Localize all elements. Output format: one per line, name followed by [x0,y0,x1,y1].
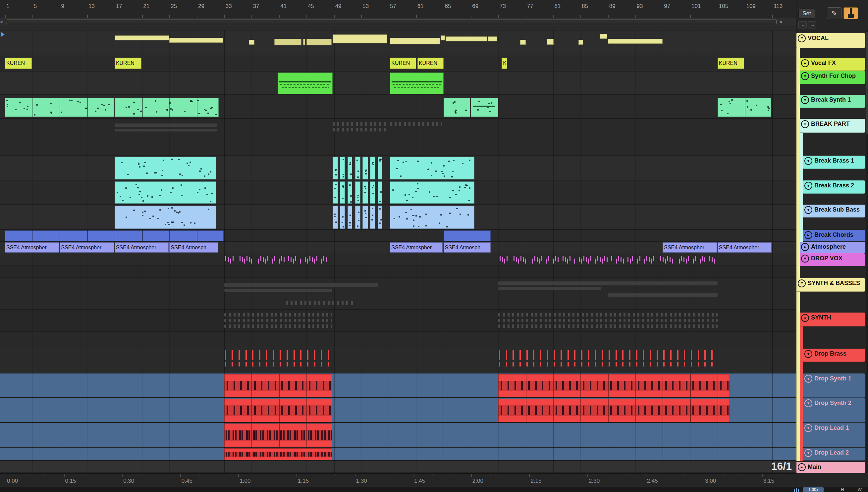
track-fold-icon[interactable]: ▾ [804,399,812,407]
track-fold-icon[interactable]: ▾ [801,96,809,104]
clip-atmosphere[interactable]: SSE4 Atmospher [5,242,59,253]
clip-synthgroup[interactable] [224,313,333,317]
clip-breaksub[interactable] [340,205,345,229]
sidebar-scrollbar[interactable] [866,30,868,473]
clip-dropbrass[interactable] [224,347,333,373]
clip-breakbrass1[interactable] [362,156,368,179]
clip-breakpart[interactable] [115,129,217,131]
track-fold-icon[interactable]: ▾ [804,375,812,383]
clip-dropsynth2[interactable] [224,399,333,422]
clip-vocal[interactable] [169,38,222,43]
group-fold-icon[interactable]: ≡ [798,279,806,287]
playhead-start-marker[interactable] [1,32,5,37]
clip-vocal[interactable] [441,35,445,41]
clip-vocal[interactable] [333,34,387,43]
draw-mode-button[interactable]: ✎ [827,7,842,19]
clip-breakbrass2[interactable] [115,181,216,204]
clip-atmosphere[interactable]: SSE4 Atmospher [60,242,114,253]
track-fold-icon[interactable]: ▾ [801,72,809,80]
track-fold-icon[interactable]: ▾ [804,424,812,432]
track-fold-icon[interactable]: ▾ [804,157,812,165]
clip-vocalfx[interactable]: KUREN [5,57,32,69]
clip-synthbasses[interactable] [224,289,333,292]
clip-breaksub[interactable] [370,205,375,229]
track-header-synthbasses[interactable]: ≡SYNTH & BASSES [796,278,865,292]
clip-vocal[interactable] [249,40,254,45]
arrangement-area[interactable]: KURENKURENKURENKURENKKURENSSE4 Atmospher… [0,0,796,473]
clip-breakbrass1[interactable] [348,156,352,179]
clip-vocal[interactable] [488,36,497,41]
clip-synthchop[interactable] [390,73,443,94]
track-header-breakpart[interactable]: ≡BREAK PART [800,119,865,133]
clip-synthgroup[interactable] [224,324,333,328]
clip-breaksynth1[interactable] [471,98,498,117]
clip-breaksub[interactable] [115,205,216,229]
set-button[interactable]: Set [798,8,815,19]
height-zoom-button[interactable]: H [838,487,847,492]
clip-dropvox[interactable] [498,253,714,266]
clip-atmosphere[interactable]: SSE4 Atmospher [663,242,717,253]
clip-breakbrass2[interactable] [333,181,338,204]
clip-vocalfx[interactable]: KUREN [718,57,745,69]
clip-dropsynth1[interactable] [498,374,730,397]
clip-vocal[interactable] [274,39,302,45]
clip-synthbasses[interactable] [286,301,354,305]
clip-vocal[interactable] [306,39,332,45]
clip-breakbrass1[interactable] [340,156,345,179]
back-arrow-button[interactable]: ← [798,21,807,28]
clip-synthbasses[interactable] [498,287,601,290]
track-lane-prerow[interactable] [0,25,796,30]
clip-breaksynth1[interactable] [718,98,771,117]
clip-vocalfx[interactable]: K [501,57,507,69]
clip-synthgroup[interactable] [498,313,718,317]
clip-synthgroup[interactable] [498,324,718,328]
lock-button[interactable] [843,7,858,19]
clip-breakbrass2[interactable] [355,181,361,204]
clip-breaksynth1[interactable] [115,98,219,117]
clip-vocal[interactable] [446,36,487,41]
clip-breakbrass2[interactable] [370,181,375,204]
track-fold-icon[interactable]: ▾ [804,206,812,214]
track-fold-icon[interactable]: ▾ [804,449,812,457]
clip-breakbrass2[interactable] [348,181,352,204]
scrollbar-thumb[interactable] [866,32,868,134]
clip-atmosphere[interactable]: SSE4 Atmospher [115,242,169,253]
track-header-breakbrass1[interactable]: ▾Break Brass 1 [803,156,865,169]
clip-breakbrass2[interactable] [378,181,382,204]
clip-synthgroup[interactable] [498,319,718,322]
track-lane-gap1[interactable] [0,266,796,278]
track-header-vocal[interactable]: ≡VOCAL [796,33,865,48]
clip-breaksub[interactable] [333,205,338,229]
clip-dropsynth2[interactable] [498,399,730,422]
clip-breakpart[interactable] [390,122,442,126]
clip-synthbasses[interactable] [608,293,718,297]
clip-breaksynth1[interactable] [5,98,114,117]
clip-droplead1[interactable] [224,423,333,447]
time-ruler[interactable]: 0:000:150:300:451:001:151:301:452:002:15… [0,473,796,487]
track-header-breaksynth1[interactable]: ▾Break Synth 1 [800,95,865,108]
clip-atmosphere[interactable]: SSE4 Atmospher [390,242,443,253]
track-fold-icon[interactable]: ▸ [801,59,809,67]
track-fold-icon[interactable]: ▸ [801,243,809,251]
clip-dropsynth1[interactable] [224,374,333,397]
track-fold-icon[interactable]: ▾ [804,350,812,358]
clip-breakchords[interactable] [5,230,224,241]
clip-vocal[interactable] [520,40,526,45]
clip-breakpart[interactable] [333,122,386,126]
track-lane-gap2[interactable] [0,332,796,347]
clip-breaksynth1[interactable] [444,98,470,117]
track-header-dropsynth1[interactable]: ▾Drop Synth 1 [803,373,865,398]
clip-breakbrass1[interactable] [378,156,382,179]
clip-breakchords[interactable] [444,230,491,241]
track-fold-icon[interactable]: ▾ [804,182,812,190]
playback-speed-badge[interactable]: 1.00x [803,487,824,492]
clip-atmosphere[interactable]: SSE4 Atmosph [444,242,491,253]
clip-vocalfx[interactable]: KUREN [418,57,444,69]
group-fold-icon[interactable]: ≡ [798,34,806,42]
track-header-dropsynth2[interactable]: ▾Drop Synth 2 [803,398,865,422]
clip-breakbrass2[interactable] [390,181,474,204]
clip-vocal[interactable] [390,38,440,44]
clip-breakpart[interactable] [333,128,386,131]
clip-breakbrass1[interactable] [390,156,474,179]
clip-vocalfx[interactable]: KUREN [390,57,416,69]
